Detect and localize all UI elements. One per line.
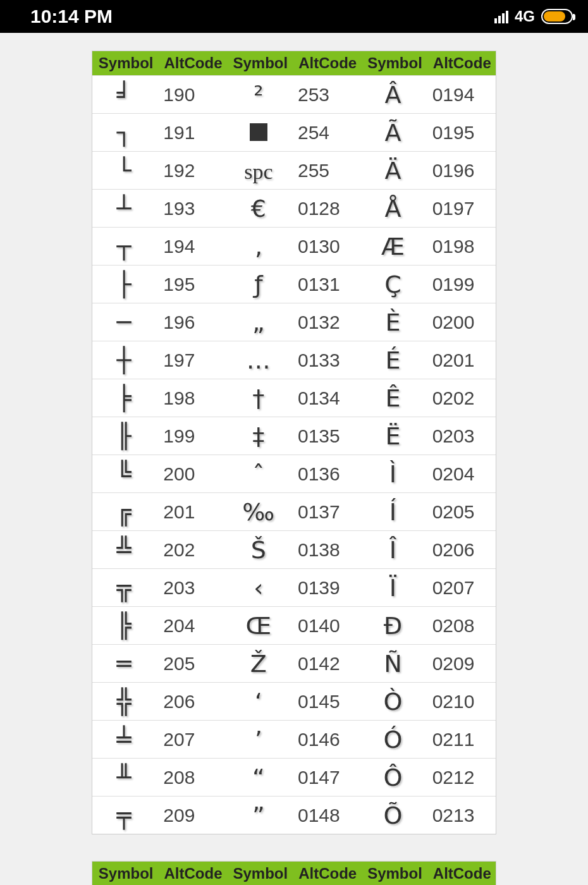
symbol-cell: … [227,346,290,374]
symbol-cell: ╤ [92,802,156,829]
symbol-cell: Ç [361,271,424,298]
symbol-cell: Ž [227,650,290,678]
header-symbol: Symbol [361,865,428,882]
altcode-cell: 204 [156,615,226,637]
symbol-cell: “ [227,764,290,791]
altcode-cell: 206 [156,691,226,712]
symbol-cell: ├ [92,271,156,298]
symbol-cell: ” [227,802,290,829]
altcode-cell: 0148 [290,805,361,826]
symbol-cell: ‘ [227,688,290,716]
symbol-cell: Š [227,536,290,564]
altcode-cell: 209 [156,805,226,826]
symbol-cell: È [361,308,424,336]
altcode-cell: 0213 [425,805,496,826]
symbol-cell: Ð [361,612,424,640]
symbol-cell: ┴ [92,195,156,223]
header-altcode: AltCode [429,865,496,882]
table-header-row: Symbol AltCode Symbol AltCode Symbol Alt… [92,51,496,75]
table-row: ╚200ˆ0136Ì0204 [92,455,496,492]
altcode-cell: 190 [156,84,226,106]
table-row: ┬194‚0130Æ0198 [92,227,496,265]
symbol-cell: Î [361,536,424,564]
symbol-cell: └ [92,157,156,185]
signal-icon [494,9,508,23]
altcode-cell: 203 [156,577,226,599]
altcode-cell: 0134 [290,388,361,409]
altcode-cell: 0200 [425,312,496,333]
altcode-cell: 0133 [290,350,361,371]
altcode-cell: 0207 [425,577,496,599]
symbol-cell: ┐ [92,119,156,147]
table-row: ╠204Œ0140Ð0208 [92,606,496,644]
symbol-cell: Â [361,81,424,109]
header-symbol: Symbol [92,865,159,882]
altcode-cell: 200 [156,463,226,485]
header-altcode: AltCode [294,865,361,882]
symbol-cell: Ñ [361,650,424,678]
symbol-cell: Í [361,498,424,526]
altcode-cell: 0198 [425,236,496,257]
symbol-cell: ═ [92,650,156,678]
header-symbol: Symbol [92,54,159,72]
network-label: 4G [515,8,535,25]
symbol-cell: € [227,195,290,223]
altcode-cell: 0195 [425,122,496,143]
altcode-cell: 198 [156,388,226,409]
symbol-cell: Ã [361,119,424,147]
altcode-cell: 208 [156,767,226,788]
status-bar: 10:14 PM 4G [0,0,588,33]
symbol-cell: ╞ [92,384,156,412]
table-row: ╞198†0134Ê0202 [92,379,496,417]
table-row: └192spc255Ä0196 [92,151,496,189]
altcode-cell: 207 [156,729,226,750]
table-row: ┐191254Ã0195 [92,113,496,151]
altcode-cell: 199 [156,425,226,447]
altcode-cell: 0139 [290,577,361,599]
symbol-cell: Ò [361,688,424,716]
symbol-cell: spc [227,157,290,185]
symbol-cell: ╦ [92,574,156,602]
symbol-cell: ‰ [227,498,290,526]
altcode-cell: 193 [156,198,226,219]
altcode-cell: 0138 [290,539,361,561]
altcode-cell: 0147 [290,767,361,788]
symbol-cell: ╚ [92,460,156,488]
table-row: ╨208“0147Ô0212 [92,758,496,796]
symbol-cell: Ë [361,422,424,450]
altcode-cell: 0199 [425,274,496,295]
altcode-cell: 0131 [290,274,361,295]
header-symbol: Symbol [227,54,294,72]
table-row: ┴193€0128Å0197 [92,189,496,227]
altcode-cell: 0210 [425,691,496,712]
altcode-cell: 201 [156,501,226,523]
altcode-cell: 0135 [290,425,361,447]
symbol-cell: Ä [361,157,424,185]
altcode-cell: 253 [290,84,361,106]
symbol-cell: ─ [92,308,156,336]
table-row: ─196„0132È0200 [92,303,496,341]
table-row: ═205Ž0142Ñ0209 [92,644,496,682]
symbol-cell: ² [227,81,290,109]
content-area[interactable]: Symbol AltCode Symbol AltCode Symbol Alt… [92,33,496,885]
altcode-cell: 195 [156,274,226,295]
altcode-cell: 0196 [425,160,496,181]
symbol-cell: É [361,346,424,374]
table-row: ╔201‰0137Í0205 [92,492,496,530]
table-row: ╟199‡0135Ë0203 [92,417,496,455]
table-row: ╬206‘0145Ò0210 [92,682,496,720]
symbol-cell: ┼ [92,346,156,374]
altcode-cell: 0205 [425,501,496,523]
altcode-cell: 0203 [425,425,496,447]
symbol-cell: ‹ [227,574,290,602]
altcode-table: Symbol AltCode Symbol AltCode Symbol Alt… [92,861,496,885]
symbol-cell: ╩ [92,536,156,564]
symbol-cell: Œ [227,612,290,640]
status-right: 4G [494,8,573,25]
table-row: ╦203‹0139Ï0207 [92,568,496,606]
symbol-cell: Ï [361,574,424,602]
altcode-cell: 0137 [290,501,361,523]
altcode-cell: 0140 [290,615,361,637]
symbol-cell: Ó [361,726,424,754]
symbol-cell: ╧ [92,726,156,754]
